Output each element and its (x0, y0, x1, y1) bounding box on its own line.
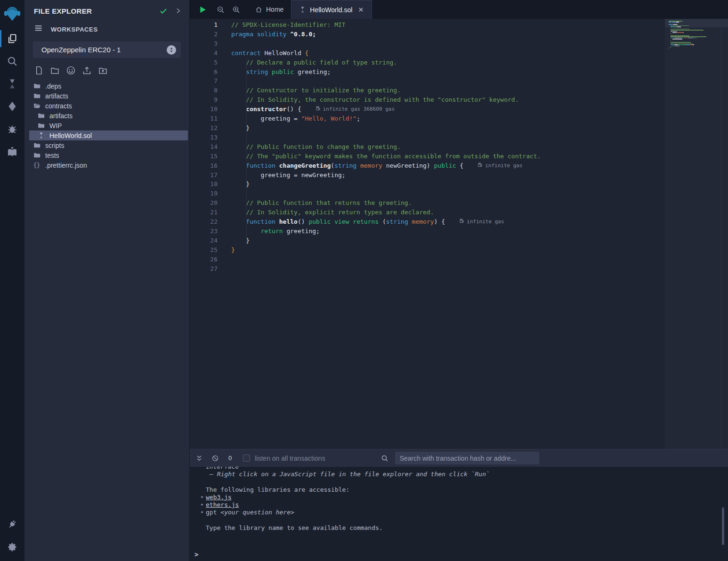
file-tree: .depsartifactscontractsartifactsWIPHello… (24, 81, 189, 170)
activity-item-plugin-manager[interactable] (0, 513, 24, 536)
workspace-selected: OpenZeppelin ERC20 - 1 (41, 46, 167, 54)
terminal-line: – Right click on a JavaScript file in th… (206, 471, 728, 478)
activity-bar-top (0, 0, 24, 163)
code-line-4: 4contract HelloWorld { (190, 49, 665, 58)
code-line-14: 14 // Public function to change the gree… (190, 142, 665, 152)
run-script-button[interactable] (198, 5, 207, 14)
minimap[interactable] (665, 19, 728, 449)
file-tree-item-contracts[interactable]: contracts (29, 101, 188, 111)
file-tree-item-WIP[interactable]: WIP (29, 121, 188, 130)
plugin-manager-icon (7, 519, 17, 529)
solidity-icon (299, 6, 306, 13)
terminal-link-web3.js[interactable]: web3.js (206, 494, 232, 501)
line-text: } (231, 179, 250, 189)
line-number: 18 (190, 179, 231, 189)
terminal-scrollbar[interactable] (722, 507, 724, 545)
minimap-edge (721, 19, 721, 449)
terminal-line (206, 516, 728, 524)
clear-console-icon[interactable] (211, 455, 219, 462)
braces-icon: {} (33, 162, 40, 169)
code-line-5: 5 // Declare a public field of type stri… (190, 58, 665, 67)
new-folder-button[interactable] (50, 65, 60, 75)
file-tree-item-.deps[interactable]: .deps (29, 81, 188, 91)
terminal-output[interactable]: interface– Right click on a JavaScript f… (190, 467, 728, 561)
workspace-dropdown[interactable]: OpenZeppelin ERC20 - 1 (33, 41, 181, 58)
code-line-15: 15 // The "public" keyword makes the fun… (190, 152, 665, 161)
activity-item-settings[interactable] (0, 536, 24, 558)
search-icon (7, 56, 18, 67)
listen-transactions-checkbox[interactable] (243, 455, 250, 462)
bullet: • (200, 509, 206, 516)
clone-github-button[interactable] (66, 65, 76, 75)
learneth-icon (7, 146, 18, 157)
hamburger-menu-icon[interactable] (34, 24, 43, 35)
line-number: 25 (190, 245, 231, 255)
zoom-out-icon[interactable] (217, 6, 225, 14)
code-line-17: 17 greeting = newGreeting; (190, 171, 665, 180)
terminal-line (206, 478, 728, 486)
deploy-run-icon (7, 101, 18, 112)
gas-estimate: infinite gas (477, 161, 522, 171)
workspace-sort-icon[interactable] (167, 45, 176, 55)
line-number: 12 (190, 123, 231, 133)
collapse-terminal-icon[interactable] (195, 455, 203, 462)
line-number: 21 (190, 208, 231, 217)
file-tree-item-tests[interactable]: tests (29, 150, 188, 160)
terminal-panel: 0 listen on all transactions interface– … (190, 449, 728, 561)
close-tab-icon[interactable] (358, 7, 364, 13)
line-number: 24 (190, 236, 231, 245)
bullet: • (200, 494, 206, 501)
line-text: // The "public" keyword makes the functi… (231, 152, 541, 161)
line-number: 3 (190, 39, 231, 49)
terminal-search-icon (381, 455, 388, 462)
upload-file-button[interactable] (82, 65, 92, 75)
file-tree-item-.prettierrc.json[interactable]: {}.prettierrc.json (29, 160, 188, 170)
terminal-line: •ethers.js (206, 501, 728, 509)
editor-area: HomeHelloWorld.sol 1// SPDX-License-Iden… (190, 0, 728, 449)
new-file-button[interactable] (34, 65, 44, 75)
terminal-line: Type the library name to see available c… (206, 524, 728, 532)
terminal-line: The following libraries are accessible: (206, 486, 728, 494)
code-editor[interactable]: 1// SPDX-License-Identifier: MIT2pragma … (190, 19, 665, 449)
file-label: WIP (49, 122, 62, 130)
activity-item-solidity-compiler[interactable] (0, 73, 24, 95)
line-text: } (231, 245, 235, 255)
activity-item-file-explorer[interactable] (0, 27, 24, 50)
line-number: 19 (190, 189, 231, 198)
code-line-18: 18 } (190, 179, 665, 189)
terminal-search-input[interactable] (395, 452, 539, 464)
file-tree-item-HelloWorld.sol[interactable]: HelloWorld.sol (29, 130, 188, 140)
clone-github-icon (66, 65, 76, 75)
tab-HelloWorld.sol[interactable]: HelloWorld.sol (291, 0, 372, 19)
listen-transactions-label: listen on all transactions (255, 455, 325, 462)
code-line-10: 10 constructor() {infinite gas 368600 ga… (190, 105, 665, 114)
upload-file-icon (82, 65, 92, 75)
minimap-code (669, 21, 706, 51)
tab-Home[interactable]: Home (248, 0, 291, 19)
file-tree-item-scripts[interactable]: scripts (29, 140, 188, 150)
code-line-26: 26 (190, 255, 665, 264)
workspaces-label: WORKSPACES (51, 26, 98, 33)
line-number: 10 (190, 105, 231, 114)
terminal-link-ethers.js[interactable]: ethers.js (206, 501, 239, 508)
settings-icon (7, 542, 18, 553)
code-line-7: 7 (190, 76, 665, 86)
check-icon[interactable] (159, 7, 168, 15)
activity-item-search[interactable] (0, 50, 24, 73)
upload-folder-button[interactable] (98, 65, 108, 75)
code-line-13: 13 (190, 133, 665, 142)
chevron-right-icon[interactable] (174, 7, 182, 15)
new-folder-icon (50, 65, 60, 75)
file-label: contracts (45, 102, 72, 110)
file-tree-item-artifacts[interactable]: artifacts (29, 91, 188, 101)
zoom-in-icon[interactable] (232, 6, 240, 14)
activity-item-deploy-run[interactable] (0, 95, 24, 118)
line-text: // Public function that returns the gree… (231, 198, 412, 208)
activity-item-learneth[interactable] (0, 140, 24, 163)
solidity-icon (38, 132, 45, 139)
activity-item-debugger[interactable] (0, 118, 24, 140)
line-text: // Constructor to initialize the greetin… (231, 86, 401, 95)
code-line-3: 3 (190, 39, 665, 49)
line-number: 15 (190, 152, 231, 161)
file-tree-item-artifacts[interactable]: artifacts (29, 111, 188, 121)
